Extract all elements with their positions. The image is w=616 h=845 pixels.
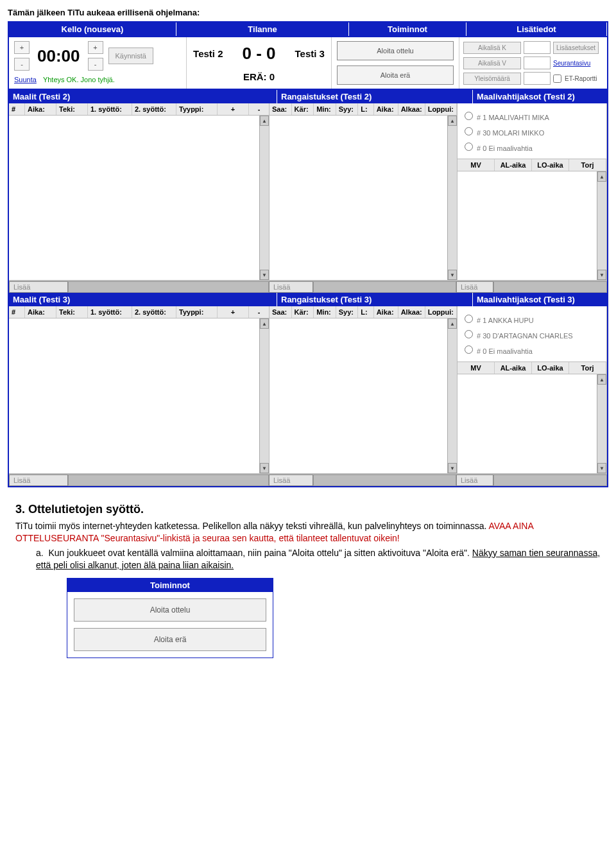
scrollbar[interactable]: ▲▼ xyxy=(597,374,606,473)
mini-start-match-button[interactable]: Aloita ottelu xyxy=(74,598,266,622)
add-gk-team3-button[interactable]: Lisää xyxy=(456,475,493,486)
scrollbar[interactable]: ▲▼ xyxy=(597,171,606,280)
minute-minus-button[interactable]: - xyxy=(14,58,30,71)
et-report-checkbox[interactable]: ET-Raportti xyxy=(553,74,597,83)
gk-option[interactable]: # 30 MOLARI MIKKO xyxy=(461,125,603,137)
score: 0 - 0 xyxy=(242,44,275,64)
extra-settings-button[interactable]: Lisäasetukset xyxy=(553,42,599,54)
mini-actions-panel: Toiminnot Aloita ottelu Aloita erä xyxy=(67,578,273,658)
goals-title-team3: Maalit (Testi 3) xyxy=(9,293,277,306)
gk-option[interactable]: # 0 Ei maalivahtia xyxy=(461,344,603,355)
mini-header: Toiminnot xyxy=(67,579,273,592)
start-clock-button[interactable]: Käynnistä xyxy=(108,48,153,64)
penalties-title-team2: Rangaistukset (Testi 2) xyxy=(277,90,473,103)
section-3-paragraph: TiTu toimii myös internet-yhteyden katke… xyxy=(15,520,601,544)
connection-status: Yhteys OK. Jono tyhjä. xyxy=(43,76,115,83)
minute-plus-button[interactable]: + xyxy=(14,41,30,54)
header-situation: Tilanne xyxy=(176,22,349,36)
scrollbar[interactable]: ▲▼ xyxy=(447,318,457,473)
gk-title-team2: Maalivahtijaksot (Testi 2) xyxy=(473,90,607,103)
timeout-away-button[interactable]: Aikalisä V xyxy=(463,57,521,69)
goals-title-team2: Maalit (Testi 2) xyxy=(9,90,277,103)
gk-grid-team2: # 1 MAALIVAHTI MIKA # 30 MOLARI MIKKO # … xyxy=(458,103,607,280)
gk-option[interactable]: # 30 D'ARTAGNAN CHARLES xyxy=(461,328,603,340)
start-period-button[interactable]: Aloita erä xyxy=(337,65,454,85)
add-goal-team2-button[interactable]: Lisää xyxy=(9,281,68,293)
header-actions: Toiminnot xyxy=(349,22,466,36)
gk-option[interactable]: # 1 ANKKA HUPU xyxy=(461,313,603,324)
header-clock: Kello (nouseva) xyxy=(9,22,176,36)
scrollbar[interactable]: ▲▼ xyxy=(259,116,269,280)
direction-link[interactable]: Suunta xyxy=(14,76,37,83)
header-info: Lisätiedot xyxy=(466,22,607,36)
attendance-button[interactable]: Yleisömäärä xyxy=(463,73,521,85)
add-goal-team3-button[interactable]: Lisää xyxy=(9,475,68,486)
add-penalty-team3-button[interactable]: Lisää xyxy=(269,475,313,486)
start-match-button[interactable]: Aloita ottelu xyxy=(337,41,454,60)
penalties-grid-team3: Saa: Kär: Min: Syy: L: Aika: Alkaa: Lopp… xyxy=(270,306,458,473)
actions-panel: Aloita ottelu Aloita erä xyxy=(332,37,459,89)
clock-time: 00:00 xyxy=(35,46,83,66)
situation-panel: Testi 2 0 - 0 Testi 3 ERÄ: 0 xyxy=(187,37,332,89)
intro-text: Tämän jälkeen TiTu aukeaa erillisenä ohj… xyxy=(8,8,608,17)
penalties-grid-team2: Saa: Kär: Min: Syy: L: Aika: Alkaa: Lopp… xyxy=(270,103,458,280)
second-plus-button[interactable]: + xyxy=(88,41,103,54)
add-gk-team2-button[interactable]: Lisää xyxy=(456,281,493,293)
gk-grid-team3: # 1 ANKKA HUPU # 30 D'ARTAGNAN CHARLES #… xyxy=(458,306,607,473)
second-minus-button[interactable]: - xyxy=(88,58,103,71)
add-penalty-team2-button[interactable]: Lisää xyxy=(269,281,313,293)
gk-option[interactable]: # 0 Ei maalivahtia xyxy=(461,141,603,152)
scrollbar[interactable]: ▲▼ xyxy=(259,318,269,473)
gk-title-team3: Maalivahtijaksot (Testi 3) xyxy=(473,293,607,306)
info-panel: Aikalisä K Lisäasetukset Aikalisä V Seur… xyxy=(459,37,607,89)
period-label: ERÄ: 0 xyxy=(193,71,325,82)
tracking-link[interactable]: Seurantasivu xyxy=(553,60,590,67)
mini-start-period-button[interactable]: Aloita erä xyxy=(74,628,266,651)
away-team: Testi 3 xyxy=(295,48,325,59)
penalties-title-team3: Rangaistukset (Testi 3) xyxy=(277,293,473,306)
section-3: 3. Ottelutietojen syöttö. TiTu toimii my… xyxy=(8,503,608,658)
titu-app-window: Kello (nouseva) Tilanne Toiminnot Lisäti… xyxy=(8,21,608,487)
timeout-home-button[interactable]: Aikalisä K xyxy=(463,42,521,54)
timeout-away-value[interactable] xyxy=(524,57,551,69)
sub-item-a: a. Kun joukkueet ovat kentällä valmiina … xyxy=(36,547,601,571)
attendance-value[interactable] xyxy=(524,72,551,85)
home-team: Testi 2 xyxy=(193,48,223,59)
goals-grid-team3: # Aika: Teki: 1. syöttö: 2. syöttö: Tyyp… xyxy=(9,306,270,473)
timeout-home-value[interactable] xyxy=(524,41,551,54)
goals-grid-team2: # Aika: Teki: 1. syöttö: 2. syöttö: Tyyp… xyxy=(9,103,270,280)
scrollbar[interactable]: ▲▼ xyxy=(447,116,457,280)
section-3-title: 3. Ottelutietojen syöttö. xyxy=(15,503,601,516)
gk-option[interactable]: # 1 MAALIVAHTI MIKA xyxy=(461,110,603,121)
clock-panel: + - 00:00 + - Käynnistä Suunta Yhteys OK… xyxy=(9,37,187,89)
